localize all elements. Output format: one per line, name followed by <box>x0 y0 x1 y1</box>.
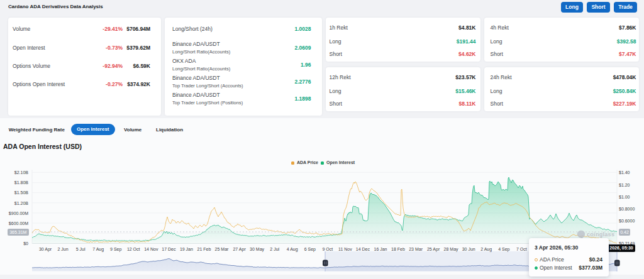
svg-text:30 May: 30 May <box>250 247 264 252</box>
svg-text:2 Jun: 2 Jun <box>57 247 68 251</box>
svg-text:25 Mar: 25 Mar <box>215 247 229 251</box>
svg-text:11 Nov: 11 Nov <box>338 247 352 251</box>
svg-text:6 Sep: 6 Sep <box>304 247 316 252</box>
svg-text:12 Oct: 12 Oct <box>127 247 140 251</box>
svg-text:7 Aug: 7 Aug <box>92 247 104 252</box>
svg-text:$1.40: $1.40 <box>619 170 630 175</box>
svg-text:14 Dec: 14 Dec <box>356 247 370 251</box>
svg-text:2 Aug: 2 Aug <box>480 247 492 252</box>
svg-text:17 Dec: 17 Dec <box>162 247 176 251</box>
svg-text:23 Mar: 23 Mar <box>409 247 423 251</box>
svg-text:$1.20: $1.20 <box>619 183 630 187</box>
svg-text:$600.00M: $600.00M <box>9 221 28 226</box>
svg-text:$1.80B: $1.80B <box>14 180 29 185</box>
svg-text:21 Feb: 21 Feb <box>197 247 211 251</box>
svg-text:18 Feb: 18 Feb <box>391 247 405 251</box>
svg-text:$2.10B: $2.10B <box>14 170 29 175</box>
svg-text:$900.00M: $900.00M <box>9 211 28 216</box>
svg-text:$1.50B: $1.50B <box>14 190 29 195</box>
svg-text:2 Jul: 2 Jul <box>270 247 279 251</box>
svg-text:$1.00: $1.00 <box>619 195 630 199</box>
svg-text:30 Apr: 30 Apr <box>39 247 52 252</box>
svg-text:$0: $0 <box>23 241 28 246</box>
svg-text:19 Jan: 19 Jan <box>180 247 193 251</box>
svg-text:16 Jan: 16 Jan <box>374 247 387 251</box>
svg-text:7 Oct: 7 Oct <box>516 247 527 251</box>
svg-text:$0.6000: $0.6000 <box>619 219 635 223</box>
svg-text:4 Aug: 4 Aug <box>287 247 298 252</box>
svg-text:$1.20B: $1.20B <box>14 201 29 205</box>
svg-text:14 Nov: 14 Nov <box>144 247 158 251</box>
svg-text:25 Apr: 25 Apr <box>427 247 440 252</box>
svg-text:9 Oct: 9 Oct <box>322 247 333 251</box>
svg-text:27 Apr: 27 Apr <box>233 247 246 252</box>
svg-text:28 May: 28 May <box>444 247 458 252</box>
svg-text:9 Sep: 9 Sep <box>110 247 121 252</box>
svg-text:5 Jul: 5 Jul <box>76 247 86 251</box>
svg-text:30 Jun: 30 Jun <box>462 247 475 251</box>
svg-text:4 Sep: 4 Sep <box>498 247 509 252</box>
svg-text:$0.8000: $0.8000 <box>619 207 635 211</box>
